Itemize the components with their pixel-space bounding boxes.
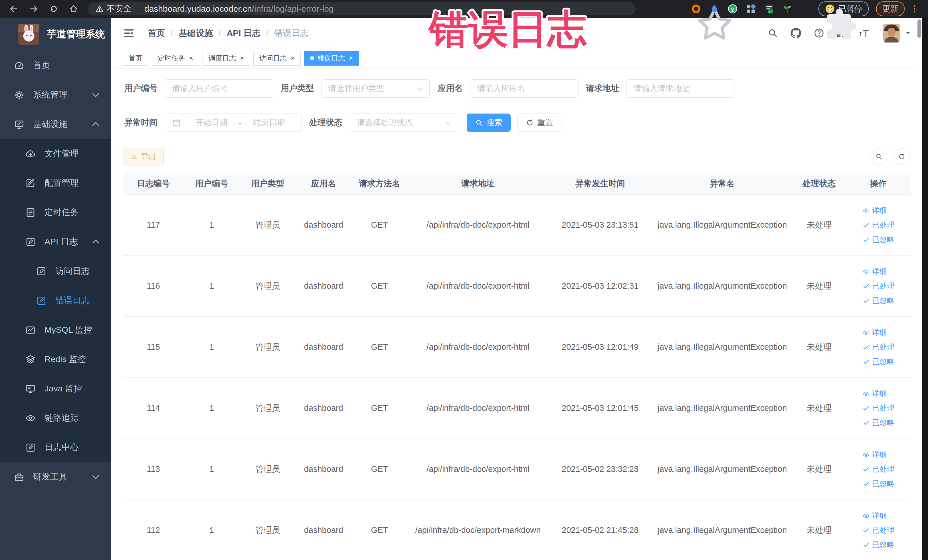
app-logo-row[interactable]: 芋道管理系统: [0, 18, 111, 51]
close-tab-icon[interactable]: ×: [189, 55, 193, 62]
scrollbar-thumb[interactable]: [917, 20, 921, 38]
action-label: 详细: [872, 447, 887, 462]
sidebar-item[interactable]: 研发工具: [0, 462, 111, 491]
date-range-picker[interactable]: 开始日期 - 结束日期: [165, 113, 302, 132]
extension-blue-drop-icon[interactable]: [709, 3, 720, 14]
breadcrumb-item[interactable]: 基础设施: [179, 27, 213, 39]
action-label: 详细: [872, 508, 887, 523]
sidebar-item[interactable]: Redis 监控: [0, 345, 111, 374]
screen-icon: [25, 383, 36, 394]
request-url-input[interactable]: 请输入请求地址: [626, 79, 735, 98]
sidebar-item[interactable]: 错误日志: [0, 286, 111, 315]
detail-link[interactable]: 详细: [862, 264, 894, 279]
cell-actions: 详细已处理已忽略: [846, 195, 911, 256]
show-search-toggle-button[interactable]: [871, 148, 887, 165]
mark-processed-link[interactable]: 已处理: [862, 401, 894, 415]
extension-grid-icon[interactable]: [745, 3, 756, 14]
tab-active[interactable]: 错误日志×: [304, 51, 359, 66]
extension-plant-icon[interactable]: [782, 3, 793, 14]
reset-button[interactable]: 重置: [517, 113, 562, 132]
table-row: 1131管理员dashboardGET/api/infra/db-doc/exp…: [123, 439, 911, 500]
search-button[interactable]: 搜索: [467, 113, 511, 132]
filter-process-status: 处理状态 请选择处理状态: [308, 113, 458, 132]
browser-home-icon[interactable]: [67, 3, 80, 15]
browser-forward-icon[interactable]: [27, 3, 40, 15]
browser-menu-icon[interactable]: [910, 3, 919, 14]
browser-back-icon[interactable]: [8, 3, 20, 15]
placeholder: 请选择处理状态: [357, 117, 413, 128]
export-button[interactable]: 导出: [123, 148, 164, 165]
detail-link[interactable]: 详细: [862, 508, 894, 523]
mark-ignored-link[interactable]: 已忽略: [862, 476, 894, 491]
cell-user-id: 1: [184, 439, 239, 500]
detail-link[interactable]: 详细: [862, 386, 894, 401]
browser-reload-icon[interactable]: [47, 3, 60, 15]
chevron-down-icon: [446, 119, 452, 125]
process-status-select[interactable]: 请选择处理状态: [350, 113, 458, 132]
user-id-input[interactable]: 请输入用户编号: [165, 79, 273, 98]
tab-item[interactable]: 定时任务×: [152, 51, 199, 66]
tab-item[interactable]: 首页: [123, 51, 148, 66]
mark-ignored-link[interactable]: 已忽略: [862, 232, 894, 247]
action-label: 详细: [872, 386, 887, 401]
extension-switch-on-icon[interactable]: on: [764, 3, 774, 14]
user-type-select[interactable]: 请选择用户类型: [321, 79, 430, 98]
sidebar-item[interactable]: 日志中心: [0, 433, 111, 462]
mark-processed-link[interactable]: 已处理: [862, 523, 894, 537]
header-search-icon[interactable]: [768, 27, 778, 38]
sidebar-item-label: 文件管理: [44, 148, 79, 159]
page-scrollbar[interactable]: [916, 18, 922, 560]
detail-link[interactable]: 详细: [862, 203, 894, 218]
sidebar-item[interactable]: 配置管理: [0, 168, 111, 198]
bookmark-star-icon[interactable]: [672, 3, 683, 15]
tab-item[interactable]: 调度日志×: [203, 51, 250, 66]
mark-ignored-link[interactable]: 已忽略: [862, 293, 894, 308]
log-icon: [36, 295, 47, 306]
cell-time: 2021-05-03 12:01:45: [548, 378, 652, 439]
mark-ignored-link[interactable]: 已忽略: [862, 415, 894, 430]
sidebar-item[interactable]: 文件管理: [0, 139, 111, 168]
sidebar-item[interactable]: API 日志: [0, 227, 111, 256]
tab-item[interactable]: 访问日志×: [253, 51, 301, 66]
sidebar-item[interactable]: 系统管理: [0, 80, 111, 110]
browser-toolbar: 不安全 dashboard.yudao.iocoder.cn /infra/lo…: [0, 0, 928, 18]
hamburger-icon[interactable]: [123, 27, 135, 40]
cell-app: dashboard: [296, 195, 351, 256]
sidebar-item[interactable]: 首页: [0, 51, 111, 80]
close-tab-icon[interactable]: ×: [240, 55, 244, 62]
mark-ignored-link[interactable]: 已忽略: [862, 537, 894, 552]
sidebar-item[interactable]: 访问日志: [0, 256, 111, 286]
extension-orange-ring-icon[interactable]: [691, 3, 702, 14]
user-menu-caret-icon[interactable]: [904, 29, 912, 37]
eye-icon: [862, 451, 870, 458]
sidebar-item[interactable]: 定时任务: [0, 198, 111, 227]
check-icon: [862, 221, 870, 229]
cell-url: /api/infra/db-doc/export-markdown: [408, 500, 548, 560]
breadcrumb-item[interactable]: 首页: [148, 27, 165, 39]
mark-processed-link[interactable]: 已处理: [862, 218, 894, 232]
cell-user-type: 管理员: [240, 317, 296, 378]
filter-app-name: 应用名 请输入应用名: [435, 79, 578, 98]
detail-link[interactable]: 详细: [862, 447, 894, 462]
sidebar-item[interactable]: 基础设施: [0, 110, 111, 139]
chevron-up-icon: [92, 122, 99, 129]
mark-processed-link[interactable]: 已处理: [862, 340, 894, 354]
address-bar[interactable]: 不安全 dashboard.yudao.iocoder.cn /infra/lo…: [88, 2, 636, 15]
sidebar-item[interactable]: MySQL 监控: [0, 315, 111, 345]
column-header: 异常名: [652, 173, 792, 195]
app-name-input[interactable]: 请输入应用名: [470, 79, 578, 98]
refresh-table-button[interactable]: [893, 148, 910, 165]
close-tab-icon[interactable]: ×: [349, 55, 353, 62]
cell-app: dashboard: [296, 439, 351, 500]
svg-text:y: y: [731, 6, 734, 12]
sidebar-item[interactable]: Java 监控: [0, 374, 111, 403]
mark-processed-link[interactable]: 已处理: [862, 462, 894, 476]
extensions-puzzle-icon[interactable]: [800, 3, 811, 14]
mark-processed-link[interactable]: 已处理: [862, 279, 894, 293]
breadcrumb-item[interactable]: API 日志: [227, 27, 261, 39]
detail-link[interactable]: 详细: [862, 325, 894, 340]
mark-ignored-link[interactable]: 已忽略: [862, 354, 894, 369]
extension-green-y-icon[interactable]: y: [727, 3, 738, 14]
close-tab-icon[interactable]: ×: [291, 55, 295, 62]
sidebar-item[interactable]: 链路追踪: [0, 403, 111, 433]
